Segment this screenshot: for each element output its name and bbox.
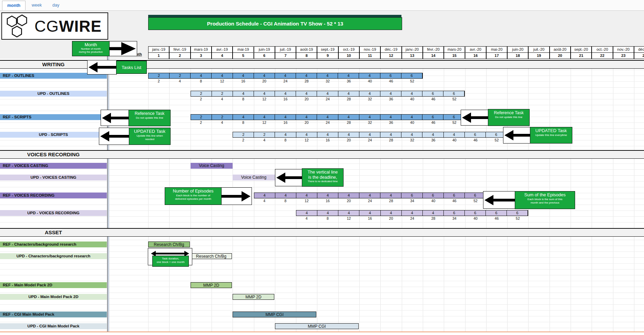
ref-scripts-bar: 2244444444466 (191, 114, 465, 120)
cumulative-cell: 12 (296, 138, 317, 143)
sum-note-arrow-box (483, 191, 516, 209)
block-cell: 4 (380, 91, 401, 96)
month-cell: avr.-19 (212, 46, 233, 53)
month-number-cell: 5 (233, 52, 254, 59)
block-cell: 6 (507, 210, 528, 216)
grid-line (0, 240, 644, 240)
grid-line (0, 105, 644, 105)
reference-task-right-note: Reference Task Do not update this line (488, 109, 530, 126)
row-label-upd-voices-recording: UPD - VOICES RECORDING (0, 210, 107, 216)
month-number-cell: 17 (486, 52, 507, 59)
cumulative-cell: 46 (486, 216, 507, 221)
cumulative-cell: 24 (402, 216, 423, 221)
block-cell: 4 (317, 193, 338, 198)
cumulative-cell: 20 (338, 138, 359, 143)
reference-task-right-arrow-box (461, 110, 489, 126)
cumulative-cell: 40 (423, 198, 444, 204)
cumulative-cell: 32 (359, 97, 380, 102)
tasks-list-note: Tasks List (116, 61, 147, 74)
cumulative-cell: 24 (359, 198, 380, 204)
block-cell: 4 (296, 115, 317, 120)
block-cell: 4 (359, 115, 380, 120)
block-cell: 4 (275, 115, 296, 120)
cumulative-cell: 28 (423, 216, 444, 221)
block-cell: 4 (317, 115, 338, 120)
grid-line (0, 111, 644, 111)
grid-line (0, 187, 644, 187)
month-number-cell: 23 (613, 52, 634, 59)
cumulative-cell: 36 (380, 97, 401, 102)
cumulative-cell: 46 (423, 97, 444, 102)
episodes-note-arrow-box (221, 187, 252, 205)
cumulative-cell: 12 (338, 216, 359, 221)
block-cell: 2 (212, 115, 233, 120)
cumulative-cell: 16 (359, 216, 380, 221)
ref-mmp2d-bar: MMP 2D (191, 282, 232, 288)
tab-month[interactable]: month (2, 1, 25, 10)
month-cell: oct.-20 (592, 46, 613, 53)
cumulative-cell: 16 (275, 97, 296, 102)
cumulative-cell: 46 (465, 138, 486, 143)
block-cell: 4 (380, 210, 401, 216)
month-number-cell: 3 (191, 52, 212, 59)
row-label-upd-mmpcgi: UPD - CGI Main Model Pack (0, 323, 107, 329)
block-cell: 4 (233, 115, 254, 120)
month-cell: févr.-19 (169, 46, 190, 53)
month-number-cell: 13 (402, 52, 423, 59)
grid-line (0, 146, 644, 146)
block-cell: 4 (422, 132, 443, 137)
block-cell: 4 (317, 91, 338, 96)
banner-top-strip (148, 15, 401, 17)
ref-outlines-cumulative-row: 24812162024283236404652 (148, 79, 423, 84)
month-cell: avr.-20 (465, 46, 486, 53)
block-cell: 4 (401, 115, 422, 120)
grid-line (0, 269, 644, 269)
cumulative-cell: 12 (254, 120, 275, 125)
cumulative-cell: 36 (338, 79, 359, 84)
block-cell: 6 (464, 132, 485, 137)
block-cell: 4 (443, 132, 464, 137)
month-number-cell: 20 (550, 52, 571, 59)
grid-line (0, 322, 644, 322)
cumulative-cell: 4 (169, 79, 190, 84)
cumulative-cell: 2 (148, 79, 169, 84)
month-cell: mai-19 (233, 46, 254, 53)
row-label-ref-voices-casting: REF - VOICES CASTING (0, 163, 107, 169)
block-cell: 2 (169, 73, 190, 78)
cumulative-cell: 32 (317, 79, 338, 84)
cumulative-cell: 20 (380, 216, 401, 221)
section-band-asset: ASSET (0, 228, 644, 237)
cumulative-cell: 4 (254, 198, 275, 204)
month-number-cell: 15 (444, 52, 465, 59)
block-cell: 4 (338, 115, 359, 120)
block-cell: 4 (296, 210, 317, 216)
month-number-cell: 4 (212, 52, 233, 59)
block-cell: 6 (380, 73, 401, 78)
row-label-upd-mmp2d: UPD - Main Model Pack 2D (0, 294, 107, 300)
month-cell: févr.-20 (423, 46, 444, 53)
block-cell: 4 (211, 73, 232, 78)
upd-outlines-cumulative-row: 24812162024283236404652 (191, 97, 465, 102)
cumulative-cell: 52 (402, 79, 423, 84)
cumulative-cell: 4 (254, 138, 275, 143)
block-cell: 2 (191, 91, 212, 96)
month-number-cell: 16 (465, 52, 486, 59)
month-number-cell: 14 (423, 52, 444, 59)
month-number-cell: 12 (380, 52, 401, 59)
grid-line (0, 281, 644, 281)
cumulative-cell: 24 (317, 97, 338, 102)
month-number-cell: 2 (169, 52, 190, 59)
block-cell: 6 (443, 210, 464, 216)
schedule-title-banner: Production Schedule - CGI Animation TV S… (148, 17, 402, 30)
block-cell: 4 (338, 91, 359, 96)
block-cell: 4 (233, 73, 254, 78)
tab-day[interactable]: day (48, 1, 64, 10)
upd-voices-recording-cumulative-row: 48121620242834404652 (296, 216, 528, 221)
tab-week[interactable]: week (27, 1, 47, 10)
block-cell: 2 (233, 132, 254, 137)
block-cell: 4 (254, 91, 275, 96)
cumulative-cell: 8 (233, 97, 254, 102)
cumulative-cell: 8 (275, 138, 296, 143)
month-cell: oct.-19 (338, 46, 359, 53)
cumulative-cell: 2 (191, 120, 212, 125)
